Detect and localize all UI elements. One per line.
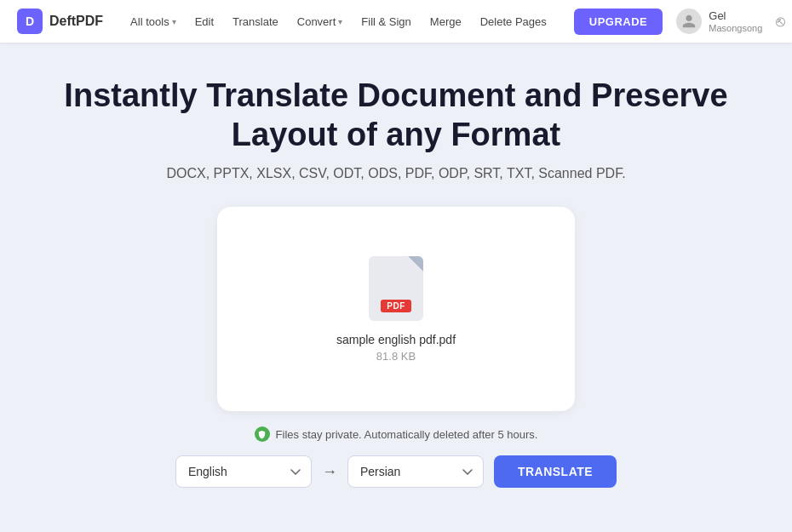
user-first-name: Gel — [709, 9, 762, 23]
logo-link[interactable]: D DeftPDF — [17, 9, 103, 34]
shield-icon — [255, 426, 270, 442]
privacy-text: Files stay private. Automatically delete… — [276, 428, 538, 441]
navbar: D DeftPDF All tools ▾ Edit Translate Con… — [0, 0, 792, 43]
from-language-select[interactable]: English Spanish French German Italian Po… — [175, 455, 312, 488]
chevron-down-icon: ▾ — [172, 17, 176, 26]
nav-convert[interactable]: Convert ▾ — [290, 12, 350, 31]
user-icon — [681, 14, 697, 29]
nav-links: All tools ▾ Edit Translate Convert ▾ Fil… — [123, 12, 554, 31]
file-card: PDF sample english pdf.pdf 81.8 KB — [217, 207, 575, 411]
nav-translate[interactable]: Translate — [226, 12, 285, 31]
avatar — [676, 9, 702, 34]
to-language-select[interactable]: English Spanish French German Italian Po… — [347, 455, 484, 488]
file-icon-wrapper: PDF — [369, 256, 423, 321]
user-last-name: Masongsong — [709, 23, 762, 33]
nav-edit[interactable]: Edit — [188, 12, 221, 31]
user-info[interactable]: Gel Masongsong — [676, 9, 762, 34]
nav-right: UPGRADE Gel Masongsong ⎋ — [574, 9, 786, 35]
translate-button[interactable]: TRANSLATE — [494, 455, 617, 488]
upgrade-button[interactable]: UPGRADE — [574, 9, 663, 35]
privacy-note: Files stay private. Automatically delete… — [255, 426, 538, 442]
logo-icon: D — [17, 9, 43, 34]
logout-icon[interactable]: ⎋ — [776, 13, 785, 31]
nav-delete-pages[interactable]: Delete Pages — [473, 12, 554, 31]
translation-controls: English Spanish French German Italian Po… — [175, 455, 617, 488]
file-icon: PDF — [369, 256, 423, 321]
nav-fill-sign[interactable]: Fill & Sign — [354, 12, 418, 31]
chevron-down-icon: ▾ — [338, 17, 342, 26]
nav-merge[interactable]: Merge — [423, 12, 468, 31]
file-name: sample english pdf.pdf — [336, 333, 456, 346]
page-subtitle: DOCX, PPTX, XLSX, CSV, ODT, ODS, PDF, OD… — [166, 166, 625, 181]
file-size: 81.8 KB — [376, 350, 416, 363]
nav-all-tools[interactable]: All tools ▾ — [123, 12, 183, 31]
main-content: Instantly Translate Document and Preserv… — [0, 43, 792, 532]
page-title: Instantly Translate Document and Preserv… — [55, 77, 737, 154]
arrow-icon: → — [322, 463, 337, 481]
pdf-badge: PDF — [381, 300, 411, 312]
logo-text: DeftPDF — [49, 14, 103, 29]
